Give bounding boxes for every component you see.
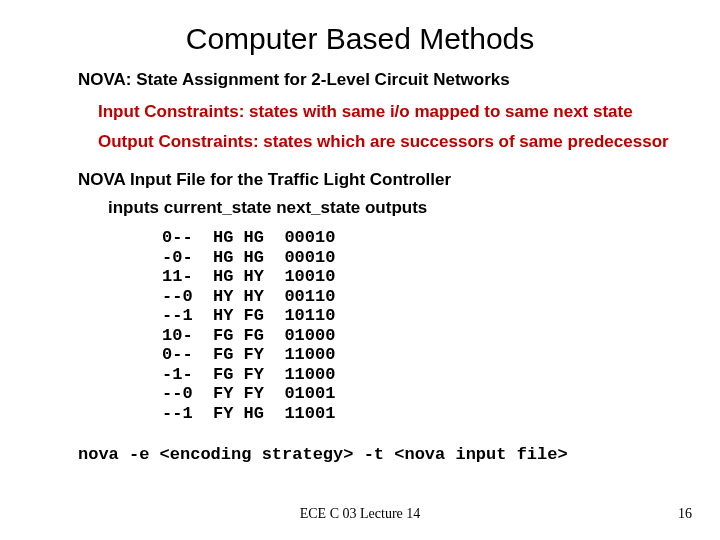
footer-page-number: 16	[678, 506, 692, 522]
state-table-data: 0-- HG HG 00010 -0- HG HG 00010 11- HG H…	[162, 228, 720, 423]
slide-title: Computer Based Methods	[0, 22, 720, 56]
input-constraints-text: Input Constraints: states with same i/o …	[98, 102, 720, 122]
output-constraints-text: Output Constraints: states which are suc…	[98, 132, 720, 152]
nova-command-line: nova -e <encoding strategy> -t <nova inp…	[78, 445, 720, 464]
footer-lecture-label: ECE C 03 Lecture 14	[0, 506, 720, 522]
section-label: NOVA Input File for the Traffic Light Co…	[78, 170, 720, 190]
slide-subtitle: NOVA: State Assignment for 2-Level Circu…	[78, 70, 720, 90]
table-header: inputs current_state next_state outputs	[108, 198, 720, 218]
